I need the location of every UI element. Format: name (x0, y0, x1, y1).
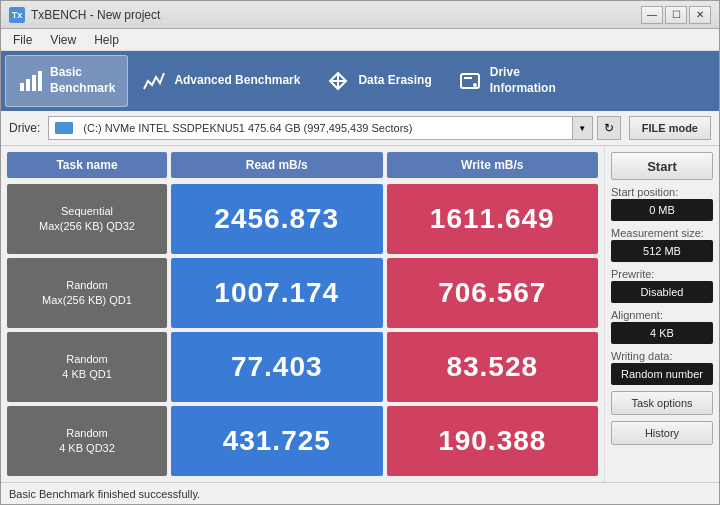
col-header-empty: Task name (7, 152, 167, 178)
writing-data-value: Random number (611, 363, 713, 385)
drive-select[interactable]: (C:) NVMe INTEL SSDPEKNU51 475.64 GB (99… (48, 116, 572, 140)
prewrite-label: Prewrite: (611, 268, 713, 280)
right-panel: Start Start position: 0 MB Measurement s… (604, 146, 719, 482)
start-button[interactable]: Start (611, 152, 713, 180)
app-icon: Tx (9, 7, 25, 23)
svg-rect-2 (32, 75, 36, 91)
read-cell-3: 77.403 (171, 332, 383, 402)
row-label-3: Random4 KB QD1 (7, 332, 167, 402)
col-task-name: Task name (56, 158, 117, 172)
bench-row-4: Random4 KB QD32 431.725 190.388 (7, 406, 598, 476)
tab-basic-label: BasicBenchmark (50, 65, 115, 96)
basic-benchmark-icon (18, 69, 42, 93)
row-label-1: SequentialMax(256 KB) QD32 (7, 184, 167, 254)
alignment-group: Alignment: 4 KB (611, 309, 713, 344)
menu-bar: File View Help (1, 29, 719, 51)
bench-row-3: Random4 KB QD1 77.403 83.528 (7, 332, 598, 402)
tab-data-erasing[interactable]: Data Erasing (314, 55, 443, 107)
main-content: Task name Read mB/s Write mB/s Sequentia… (1, 146, 719, 482)
col-header-write: Write mB/s (387, 152, 599, 178)
writing-data-group: Writing data: Random number (611, 350, 713, 385)
start-position-value: 0 MB (611, 199, 713, 221)
drive-information-icon (458, 69, 482, 93)
close-button[interactable]: ✕ (689, 6, 711, 24)
svg-rect-1 (26, 79, 30, 91)
bench-row-1: SequentialMax(256 KB) QD32 2456.873 1611… (7, 184, 598, 254)
write-cell-3: 83.528 (387, 332, 599, 402)
status-text: Basic Benchmark finished successfully. (9, 488, 200, 500)
prewrite-group: Prewrite: Disabled (611, 268, 713, 303)
row-label-4: Random4 KB QD32 (7, 406, 167, 476)
status-bar: Basic Benchmark finished successfully. (1, 482, 719, 504)
toolbar: BasicBenchmark Advanced Benchmark Data E… (1, 51, 719, 111)
data-erasing-icon (326, 69, 350, 93)
svg-point-7 (473, 83, 477, 87)
drive-bar: Drive: (C:) NVMe INTEL SSDPEKNU51 475.64… (1, 111, 719, 146)
read-cell-2: 1007.174 (171, 258, 383, 328)
drive-select-text: (C:) NVMe INTEL SSDPEKNU51 475.64 GB (99… (83, 122, 412, 134)
title-bar-left: Tx TxBENCH - New project (9, 7, 160, 23)
maximize-button[interactable]: ☐ (665, 6, 687, 24)
col-header-read: Read mB/s (171, 152, 383, 178)
measurement-size-label: Measurement size: (611, 227, 713, 239)
main-window: Tx TxBENCH - New project — ☐ ✕ File View… (0, 0, 720, 505)
menu-file[interactable]: File (5, 31, 40, 49)
drive-refresh-button[interactable]: ↻ (597, 116, 621, 140)
drive-label: Drive: (9, 121, 40, 135)
write-cell-4: 190.388 (387, 406, 599, 476)
write-cell-2: 706.567 (387, 258, 599, 328)
menu-view[interactable]: View (42, 31, 84, 49)
bench-row-2: RandomMax(256 KB) QD1 1007.174 706.567 (7, 258, 598, 328)
benchmark-area: Task name Read mB/s Write mB/s Sequentia… (1, 146, 604, 482)
start-position-label: Start position: (611, 186, 713, 198)
tab-advanced-label: Advanced Benchmark (174, 73, 300, 89)
alignment-label: Alignment: (611, 309, 713, 321)
window-title: TxBENCH - New project (31, 8, 160, 22)
svg-rect-0 (20, 83, 24, 91)
prewrite-value: Disabled (611, 281, 713, 303)
tab-basic-benchmark[interactable]: BasicBenchmark (5, 55, 128, 107)
measurement-size-value: 512 MB (611, 240, 713, 262)
drive-dropdown-arrow[interactable]: ▼ (573, 116, 593, 140)
menu-help[interactable]: Help (86, 31, 127, 49)
read-cell-4: 431.725 (171, 406, 383, 476)
tab-drive-information[interactable]: DriveInformation (446, 55, 568, 107)
task-options-button[interactable]: Task options (611, 391, 713, 415)
title-bar: Tx TxBENCH - New project — ☐ ✕ (1, 1, 719, 29)
start-position-group: Start position: 0 MB (611, 186, 713, 221)
file-mode-button[interactable]: FILE mode (629, 116, 711, 140)
alignment-value: 4 KB (611, 322, 713, 344)
tab-erasing-label: Data Erasing (358, 73, 431, 89)
row-label-2: RandomMax(256 KB) QD1 (7, 258, 167, 328)
read-cell-1: 2456.873 (171, 184, 383, 254)
measurement-size-group: Measurement size: 512 MB (611, 227, 713, 262)
advanced-benchmark-icon (142, 69, 166, 93)
writing-data-label: Writing data: (611, 350, 713, 362)
table-header: Task name Read mB/s Write mB/s (7, 152, 598, 178)
write-cell-1: 1611.649 (387, 184, 599, 254)
history-button[interactable]: History (611, 421, 713, 445)
tab-drive-label: DriveInformation (490, 65, 556, 96)
tab-advanced-benchmark[interactable]: Advanced Benchmark (130, 55, 312, 107)
minimize-button[interactable]: — (641, 6, 663, 24)
svg-rect-3 (38, 71, 42, 91)
window-controls: — ☐ ✕ (641, 6, 711, 24)
